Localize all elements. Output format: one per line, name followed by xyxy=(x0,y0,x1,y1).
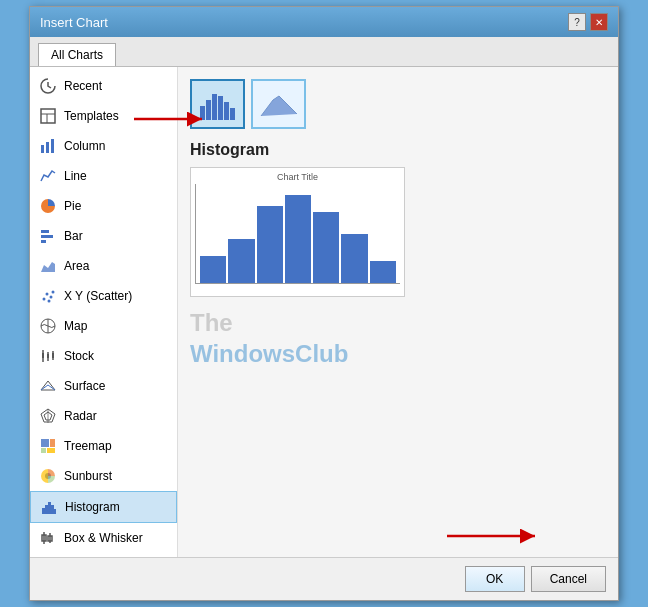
cancel-button[interactable]: Cancel xyxy=(531,566,606,592)
radar-icon xyxy=(38,406,58,426)
sidebar-item-column[interactable]: Column xyxy=(30,131,177,161)
box-label: Box & Whisker xyxy=(64,531,143,545)
sidebar-item-sunburst[interactable]: Sunburst xyxy=(30,461,177,491)
svg-rect-8 xyxy=(41,230,49,233)
histogram-preview-chart: Chart Title xyxy=(190,167,405,297)
sidebar-item-stock[interactable]: Stock xyxy=(30,341,177,371)
svg-rect-24 xyxy=(52,353,54,358)
histogram-label: Histogram xyxy=(65,500,120,514)
watermark-line2-text: WindowsClub xyxy=(190,338,348,369)
preview-chart-title: Chart Title xyxy=(195,172,400,182)
preview-bars-container xyxy=(195,184,400,284)
sidebar-item-templates[interactable]: Templates xyxy=(30,101,177,131)
ok-button[interactable]: OK xyxy=(465,566,525,592)
surface-label: Surface xyxy=(64,379,105,393)
svg-rect-2 xyxy=(41,109,55,123)
svg-point-15 xyxy=(52,291,55,294)
recent-icon xyxy=(38,76,58,96)
svg-rect-9 xyxy=(41,235,53,238)
sidebar-item-xy[interactable]: X Y (Scatter) xyxy=(30,281,177,311)
svg-rect-5 xyxy=(41,145,44,153)
svg-rect-33 xyxy=(42,508,45,514)
chart-thumb-1[interactable] xyxy=(190,79,245,129)
scatter-icon xyxy=(38,286,58,306)
chart-thumb-row xyxy=(190,79,606,129)
preview-bar xyxy=(228,239,254,283)
svg-rect-52 xyxy=(200,106,205,120)
tab-all-charts[interactable]: All Charts xyxy=(38,43,116,66)
sidebar-item-map[interactable]: Map xyxy=(30,311,177,341)
stock-label: Stock xyxy=(64,349,94,363)
preview-bar xyxy=(285,195,311,283)
sidebar: Recent Templates xyxy=(30,67,178,557)
preview-bar xyxy=(341,234,367,284)
title-bar-buttons: ? ✕ xyxy=(568,13,608,31)
sidebar-item-radar[interactable]: Radar xyxy=(30,401,177,431)
svg-rect-35 xyxy=(48,502,51,514)
svg-rect-54 xyxy=(212,94,217,120)
content-area: Recent Templates xyxy=(30,67,618,557)
svg-rect-20 xyxy=(42,353,44,358)
svg-point-12 xyxy=(43,298,46,301)
svg-rect-34 xyxy=(45,505,48,514)
templates-label: Templates xyxy=(64,109,119,123)
svg-marker-11 xyxy=(41,262,55,272)
dialog-wrapper: Insert Chart ? ✕ All Charts xyxy=(29,6,619,601)
sidebar-item-line[interactable]: Line xyxy=(30,161,177,191)
insert-chart-dialog: Insert Chart ? ✕ All Charts xyxy=(29,6,619,601)
close-button[interactable]: ✕ xyxy=(590,13,608,31)
chart-thumb-2[interactable] xyxy=(251,79,306,129)
sidebar-item-recent[interactable]: Recent xyxy=(30,71,177,101)
tabs-bar: All Charts xyxy=(30,37,618,67)
watermark-area: The WindowsClub xyxy=(190,307,606,369)
help-button[interactable]: ? xyxy=(568,13,586,31)
title-bar: Insert Chart ? ✕ xyxy=(30,7,618,37)
watermark-line2: WindowsClub xyxy=(190,338,606,369)
recent-label: Recent xyxy=(64,79,102,93)
svg-rect-28 xyxy=(41,439,49,447)
svg-rect-53 xyxy=(206,100,211,120)
sidebar-item-histogram[interactable]: Histogram xyxy=(30,491,177,523)
histogram-icon xyxy=(39,497,59,517)
column-icon xyxy=(38,136,58,156)
svg-point-16 xyxy=(48,300,51,303)
sidebar-item-bar[interactable]: Bar xyxy=(30,221,177,251)
map-icon xyxy=(38,316,58,336)
svg-rect-36 xyxy=(51,505,54,514)
svg-rect-55 xyxy=(218,96,223,120)
sidebar-item-pie[interactable]: Pie xyxy=(30,191,177,221)
title-text-group: Insert Chart xyxy=(40,15,108,30)
preview-bar xyxy=(200,256,226,284)
sunburst-label: Sunburst xyxy=(64,469,112,483)
map-label: Map xyxy=(64,319,87,333)
svg-rect-7 xyxy=(51,139,54,153)
svg-rect-29 xyxy=(50,439,55,447)
treemap-label: Treemap xyxy=(64,439,112,453)
svg-rect-6 xyxy=(46,142,49,153)
bar-label: Bar xyxy=(64,229,83,243)
preview-bar xyxy=(370,261,396,283)
box-icon xyxy=(38,528,58,548)
chart-type-heading: Histogram xyxy=(190,141,606,159)
pie-label: Pie xyxy=(64,199,81,213)
watermark: The WindowsClub xyxy=(190,307,606,369)
pie-icon xyxy=(38,196,58,216)
sidebar-item-treemap[interactable]: Treemap xyxy=(30,431,177,461)
dialog-title: Insert Chart xyxy=(40,15,108,30)
sidebar-item-surface[interactable]: Surface xyxy=(30,371,177,401)
svg-rect-56 xyxy=(224,102,229,120)
sidebar-item-box[interactable]: Box & Whisker xyxy=(30,523,177,553)
svg-rect-10 xyxy=(41,240,46,243)
area-label: Area xyxy=(64,259,89,273)
preview-bar xyxy=(257,206,283,283)
svg-point-14 xyxy=(50,296,53,299)
radar-label: Radar xyxy=(64,409,97,423)
line-label: Line xyxy=(64,169,87,183)
preview-bar xyxy=(313,212,339,284)
dialog-footer: OK Cancel xyxy=(30,557,618,600)
sidebar-item-area[interactable]: Area xyxy=(30,251,177,281)
column-label: Column xyxy=(64,139,105,153)
area-icon xyxy=(38,256,58,276)
treemap-icon xyxy=(38,436,58,456)
main-panel: Histogram Chart Title The WindowsClub xyxy=(178,67,618,557)
